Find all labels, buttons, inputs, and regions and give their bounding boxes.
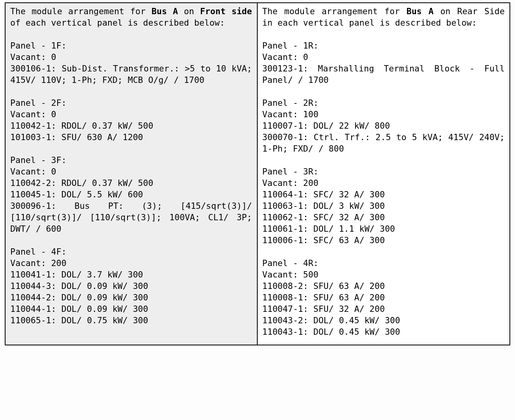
module-line: 110065-1: DOL/ 0.75 kW/ 300 <box>10 315 252 326</box>
module-line: 110042-2: RDOL/ 0.37 kW/ 500 <box>10 177 252 189</box>
front-panel-block: Panel - 4F:Vacant: 200110041-1: DOL/ 3.7… <box>10 246 252 326</box>
rear-panel-block: Panel - 2R:Vacant: 100110007-1: DOL/ 22 … <box>262 97 505 154</box>
module-line: 110061-1: DOL/ 1.1 kW/ 300 <box>262 223 505 234</box>
panel-title: Panel - 2F: <box>10 97 252 109</box>
document-page: The module arrangement for Bus A on Fron… <box>0 0 515 361</box>
panel-title: Panel - 4R: <box>262 257 505 269</box>
rear-panel-block: Panel - 1R:Vacant: 0300123-1: Marshallin… <box>262 40 505 86</box>
module-line: 110008-1: SFU/ 63 A/ 200 <box>262 292 505 303</box>
rear-panel-block: Panel - 4R:Vacant: 500110008-2: SFU/ 63 … <box>262 257 505 338</box>
front-panel-block: Panel - 3F:Vacant: 0110042-2: RDOL/ 0.37… <box>10 154 252 234</box>
front-intro-text-1: The module arrangement for <box>10 6 152 16</box>
front-panel-block: Panel - 1F:Vacant: 0300106-1: Sub-Dist. … <box>10 40 252 86</box>
front-panel-block: Panel - 2F:Vacant: 0110042-1: RDOL/ 0.37… <box>10 97 252 143</box>
panel-vacant: Vacant: 100 <box>262 109 505 120</box>
rear-panels-container: Panel - 1R:Vacant: 0300123-1: Marshallin… <box>262 40 505 338</box>
front-side-label: Front side <box>200 6 252 16</box>
rear-bus-name: Bus A <box>406 6 434 16</box>
rear-intro: The module arrangement for Bus A on Rear… <box>262 6 505 28</box>
module-line: 110044-3: DOL/ 0.09 kW/ 300 <box>10 280 252 292</box>
rear-side-column: The module arrangement for Bus A on Rear… <box>258 3 510 345</box>
module-line: 110062-1: SFC/ 32 A/ 300 <box>262 212 505 223</box>
module-line: 300070-1: Ctrl. Trf.: 2.5 to 5 kVA; 415V… <box>262 131 505 154</box>
panel-title: Panel - 2R: <box>262 97 505 109</box>
module-line: 110041-1: DOL/ 3.7 kW/ 300 <box>10 269 252 280</box>
panel-vacant: Vacant: 500 <box>262 269 505 280</box>
module-line: 110045-1: DOL/ 5.5 kW/ 600 <box>10 189 252 200</box>
module-line: 110006-1: SFC/ 63 A/ 300 <box>262 234 505 246</box>
module-line: 110043-2: DOL/ 0.45 kW/ 300 <box>262 315 505 326</box>
module-line: 300106-1: Sub-Dist. Transformer.: >5 to … <box>10 63 252 86</box>
module-line: 101003-1: SFU/ 630 A/ 1200 <box>10 131 252 143</box>
front-panels-container: Panel - 1F:Vacant: 0300106-1: Sub-Dist. … <box>10 40 252 326</box>
two-column-table: The module arrangement for Bus A on Fron… <box>5 2 510 345</box>
module-line: 110008-2: SFU/ 63 A/ 200 <box>262 280 505 292</box>
module-line: 110007-1: DOL/ 22 kW/ 800 <box>262 120 505 131</box>
panel-vacant: Vacant: 0 <box>10 166 252 177</box>
panel-title: Panel - 3F: <box>10 154 252 166</box>
module-line: 110042-1: RDOL/ 0.37 kW/ 500 <box>10 120 252 131</box>
panel-title: Panel - 3R: <box>262 166 505 177</box>
rear-intro-text-1: The module arrangement for <box>262 6 406 16</box>
panel-title: Panel - 1R: <box>262 40 505 51</box>
module-line: 300123-1: Marshalling Terminal Block - F… <box>262 63 505 86</box>
module-line: 110044-2: DOL/ 0.09 kW/ 300 <box>10 292 252 303</box>
front-intro-text-3: of each vertical panel is described belo… <box>10 18 225 28</box>
front-intro: The module arrangement for Bus A on Fron… <box>10 6 252 28</box>
module-line: 110047-1: SFU/ 32 A/ 200 <box>262 303 505 315</box>
panel-vacant: Vacant: 0 <box>10 109 252 120</box>
module-line: 300096-1: Bus PT: (3); [415/sqrt(3)]/ [1… <box>10 200 252 234</box>
module-line: 110064-1: SFC/ 32 A/ 300 <box>262 189 505 200</box>
front-side-column: The module arrangement for Bus A on Fron… <box>6 3 258 345</box>
module-line: 110063-1: DOL/ 3 kW/ 300 <box>262 200 505 212</box>
front-bus-name: Bus A <box>152 6 178 16</box>
panel-title: Panel - 4F: <box>10 246 252 257</box>
panel-vacant: Vacant: 0 <box>262 51 505 63</box>
panel-vacant: Vacant: 200 <box>10 257 252 269</box>
front-intro-text-2: on <box>178 6 200 16</box>
panel-vacant: Vacant: 0 <box>10 51 252 63</box>
panel-vacant: Vacant: 200 <box>262 177 505 189</box>
panel-title: Panel - 1F: <box>10 40 252 51</box>
rear-panel-block: Panel - 3R:Vacant: 200110064-1: SFC/ 32 … <box>262 166 505 246</box>
module-line: 110044-1: DOL/ 0.09 kW/ 300 <box>10 303 252 315</box>
module-line: 110043-1: DOL/ 0.45 kW/ 300 <box>262 326 505 338</box>
